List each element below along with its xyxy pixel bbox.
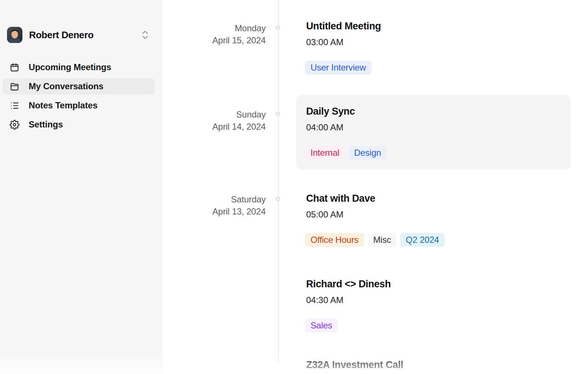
meeting-time: 04:30 AM <box>306 295 391 305</box>
tag-chip-design[interactable]: Design <box>348 146 387 160</box>
timeline-dot <box>276 25 280 30</box>
tag-chip-misc[interactable]: Misc <box>368 233 397 247</box>
meeting-entry-chat-with-dave[interactable]: Chat with Dave 05:00 AM Office Hours Mis… <box>306 193 445 247</box>
sidebar-item-upcoming-meetings[interactable]: Upcoming Meetings <box>3 59 155 75</box>
meeting-tags: Internal Design <box>305 146 571 160</box>
meeting-time: 03:00 AM <box>306 37 381 47</box>
date-full: April 15, 2024 <box>162 34 266 46</box>
app-window: Robert Denero Upcoming Meet <box>0 0 588 374</box>
meeting-title: Chat with Dave <box>306 193 445 204</box>
timeline-line <box>278 0 279 364</box>
date-day: Monday <box>162 22 266 34</box>
sidebar-item-notes-templates[interactable]: Notes Templates <box>3 97 155 114</box>
user-name: Robert Denero <box>29 29 93 41</box>
meeting-title: Richard <> Dinesh <box>306 278 391 290</box>
conversations-timeline: Monday April 15, 2024 Sunday April 14, 2… <box>162 0 588 374</box>
tag-chip-sales[interactable]: Sales <box>305 319 338 332</box>
sidebar-nav: Upcoming Meetings My Conversations <box>3 59 155 136</box>
account-switcher-button[interactable]: Robert Denero <box>7 26 155 43</box>
folder-icon <box>10 82 19 91</box>
timeline-dot <box>276 112 280 116</box>
meeting-tags: User Interview <box>305 61 381 75</box>
meeting-entry-richard-dinesh[interactable]: Richard <> Dinesh 04:30 AM Sales <box>306 278 391 332</box>
timeline-dot <box>276 197 280 201</box>
meeting-tags: Office Hours Misc Q2 2024 <box>305 233 445 247</box>
date-label: Saturday April 13, 2024 <box>162 193 266 217</box>
sidebar-item-settings[interactable]: Settings <box>3 116 155 133</box>
meeting-title: Untitled Meeting <box>306 20 381 32</box>
meeting-entry-untitled-meeting[interactable]: Untitled Meeting 03:00 AM User Interview <box>306 20 381 75</box>
list-icon <box>10 101 19 111</box>
calendar-icon <box>10 62 19 72</box>
date-day: Saturday <box>162 193 266 205</box>
meeting-entry-daily-sync[interactable]: Daily Sync 04:00 AM Internal Design <box>296 95 571 170</box>
meeting-entry-z32a-investment-call[interactable]: Z32A Investment Call <box>306 359 403 371</box>
tag-chip-internal[interactable]: Internal <box>305 146 345 160</box>
date-label: Sunday April 14, 2024 <box>162 108 266 133</box>
meeting-tags: Sales <box>305 319 391 332</box>
meeting-title: Z32A Investment Call <box>306 359 403 371</box>
sidebar-item-label: Notes Templates <box>29 100 97 111</box>
date-full: April 13, 2024 <box>162 205 266 217</box>
sidebar-item-label: My Conversations <box>29 81 104 91</box>
meeting-title: Daily Sync <box>306 105 571 117</box>
tag-chip-q2-2024[interactable]: Q2 2024 <box>400 233 445 247</box>
date-label: Monday April 15, 2024 <box>162 22 266 46</box>
sidebar-item-my-conversations[interactable]: My Conversations <box>3 78 155 94</box>
date-full: April 14, 2024 <box>162 121 266 133</box>
meeting-time: 05:00 AM <box>306 209 445 220</box>
avatar <box>7 27 22 43</box>
tag-chip-office-hours[interactable]: Office Hours <box>305 233 364 247</box>
date-day: Sunday <box>162 108 266 121</box>
sidebar-item-label: Upcoming Meetings <box>29 62 111 72</box>
tag-chip-user-interview[interactable]: User Interview <box>305 61 372 75</box>
sidebar: Robert Denero Upcoming Meet <box>0 0 162 374</box>
meeting-time: 04:00 AM <box>306 122 571 133</box>
unfold-chevron-icon <box>141 30 150 40</box>
gear-icon <box>10 120 19 130</box>
sidebar-item-label: Settings <box>29 119 63 130</box>
